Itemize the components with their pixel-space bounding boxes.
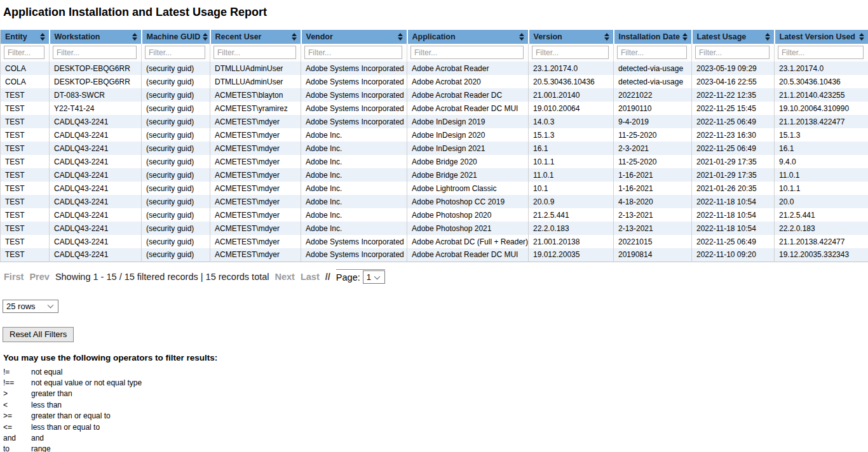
operator-symbol: to xyxy=(3,444,31,452)
operator-row: >=greater than or equal to xyxy=(3,411,868,422)
pagination-first-link[interactable]: First xyxy=(4,272,24,282)
sort-both-icon[interactable] xyxy=(765,33,770,41)
filter-cell xyxy=(210,44,301,62)
sort-both-icon[interactable] xyxy=(682,33,688,41)
sort-both-icon[interactable] xyxy=(519,33,524,41)
operator-row: <less than xyxy=(3,400,868,411)
operator-symbol: != xyxy=(3,367,31,378)
filter-cell xyxy=(529,44,614,62)
cell-latest-usage: 2021-01-29 17:35 xyxy=(692,155,775,168)
cell-workstation: DESKTOP-EBQG6RR xyxy=(50,62,142,75)
filter-input-machine-guid[interactable] xyxy=(145,46,205,59)
cell-latest-version-used: 20.0 xyxy=(775,195,868,208)
cell-version: 21.2.5.441 xyxy=(529,208,614,222)
filter-input-installation-date[interactable] xyxy=(617,46,687,59)
cell-latest-version-used: 21.1.20138.422477 xyxy=(775,235,868,248)
sort-both-icon[interactable] xyxy=(292,33,297,41)
sort-both-icon[interactable] xyxy=(859,33,864,41)
cell-vendor: Adobe Inc. xyxy=(301,195,407,208)
cell-vendor: Adobe Systems Incorporated xyxy=(301,62,407,75)
cell-latest-usage: 2023-04-16 22:55 xyxy=(692,75,775,88)
cell-machine-guid: (security guid) xyxy=(142,142,210,155)
cell-recent-user: ACMETEST\mdyer xyxy=(210,208,301,222)
sort-both-icon[interactable] xyxy=(203,33,208,41)
cell-workstation: CADLQ43-2241 xyxy=(50,115,142,128)
operators-list: !=not equal!==not equal value or not equ… xyxy=(3,367,868,452)
cell-latest-version-used: 11.0.1 xyxy=(775,168,868,182)
cell-latest-version-used: 19.10.20064.310990 xyxy=(775,102,868,115)
operator-row: <=less than or equal to xyxy=(3,422,868,433)
sort-both-icon[interactable] xyxy=(132,33,137,41)
sort-both-icon[interactable] xyxy=(40,33,45,41)
filter-cell xyxy=(1,44,50,62)
pagination-prev-link[interactable]: Prev xyxy=(29,272,49,282)
cell-workstation: CADLQ43-2241 xyxy=(50,235,142,248)
cell-installation-date: 2-3-2021 xyxy=(614,142,692,155)
filter-row xyxy=(1,44,868,62)
operator-symbol: > xyxy=(3,389,31,399)
sort-both-icon[interactable] xyxy=(398,33,403,41)
cell-workstation: CADLQ43-2241 xyxy=(50,168,142,182)
cell-latest-usage: 2022-11-23 16:30 xyxy=(692,128,775,142)
column-header-latest-usage[interactable]: Latest Usage xyxy=(692,30,775,44)
filter-input-vendor[interactable] xyxy=(304,46,402,59)
cell-version: 22.2.0.183 xyxy=(529,222,614,235)
cell-version: 21.001.20140 xyxy=(529,88,614,102)
cell-latest-version-used: 9.4.0 xyxy=(775,155,868,168)
page-select[interactable]: 1 xyxy=(363,271,384,283)
column-header-recent-user[interactable]: Recent User xyxy=(210,30,301,44)
cell-version: 15.1.3 xyxy=(529,128,614,142)
column-header-application[interactable]: Application xyxy=(407,30,529,44)
operator-row: !==not equal value or not equal type xyxy=(3,378,868,389)
column-header-workstation[interactable]: Workstation xyxy=(50,30,142,44)
cell-installation-date: 20190814 xyxy=(614,248,692,262)
filter-input-workstation[interactable] xyxy=(53,46,137,59)
pagination-separator: // xyxy=(325,272,330,282)
cell-workstation: CADLQ43-2241 xyxy=(50,222,142,235)
cell-application: Adobe InDesign 2019 xyxy=(407,115,529,128)
cell-latest-usage: 2022-11-25 06:49 xyxy=(692,115,775,128)
cell-latest-version-used: 16.1 xyxy=(775,142,868,155)
cell-machine-guid: (security guid) xyxy=(142,128,210,142)
filter-input-latest-usage[interactable] xyxy=(695,46,770,59)
cell-machine-guid: (security guid) xyxy=(142,208,210,222)
cell-recent-user: ACMETEST\mdyer xyxy=(210,142,301,155)
column-header-installation-date[interactable]: Installation Date xyxy=(614,30,692,44)
filter-input-entity[interactable] xyxy=(4,46,44,59)
operator-description: not equal xyxy=(31,367,62,378)
pagination-last-link[interactable]: Last xyxy=(301,272,320,282)
table-row: COLADESKTOP-EBQG6RR(security guid)DTMLLU… xyxy=(1,75,868,88)
cell-application: Adobe Photoshop CC 2019 xyxy=(407,195,529,208)
page-label: Page: xyxy=(336,272,360,282)
cell-recent-user: ACMETEST\mdyer xyxy=(210,128,301,142)
table-row: TESTCADLQ43-2241(security guid)ACMETEST\… xyxy=(1,142,868,155)
cell-latest-usage: 2021-01-26 20:35 xyxy=(692,182,775,195)
cell-installation-date: 4-18-2020 xyxy=(614,195,692,208)
column-label: Machine GUID xyxy=(147,32,201,41)
sort-both-icon[interactable] xyxy=(604,33,609,41)
filter-input-application[interactable] xyxy=(410,46,524,59)
cell-entity: TEST xyxy=(1,88,50,102)
table-row: TESTY22-T41-24(security guid)ACMETEST\yr… xyxy=(1,102,868,115)
column-label: Workstation xyxy=(55,32,100,41)
pagination-status: Showing 1 - 15 / 15 filtered records | 1… xyxy=(55,272,269,282)
cell-machine-guid: (security guid) xyxy=(142,168,210,182)
column-label: Vendor xyxy=(306,32,333,41)
filter-input-latest-version-used[interactable] xyxy=(778,46,864,59)
page-title: Application Installation and Latest Usag… xyxy=(0,0,868,19)
rows-per-page-select[interactable]: 25 rows xyxy=(3,300,58,312)
column-header-vendor[interactable]: Vendor xyxy=(301,30,407,44)
column-header-version[interactable]: Version xyxy=(529,30,614,44)
column-header-latest-version-used[interactable]: Latest Version Used xyxy=(775,30,868,44)
operator-description: and xyxy=(31,433,44,444)
cell-version: 23.1.20174.0 xyxy=(529,62,614,75)
filter-input-recent-user[interactable] xyxy=(214,46,296,59)
cell-latest-usage: 2022-11-25 15:45 xyxy=(692,102,775,115)
pagination-next-link[interactable]: Next xyxy=(275,272,295,282)
cell-entity: TEST xyxy=(1,248,50,262)
filter-input-version[interactable] xyxy=(532,46,609,59)
reset-all-filters-button[interactable]: Reset All Filters xyxy=(3,327,74,342)
column-header-entity[interactable]: Entity xyxy=(1,30,50,44)
cell-entity: TEST xyxy=(1,208,50,222)
column-header-machine-guid[interactable]: Machine GUID xyxy=(142,30,210,44)
